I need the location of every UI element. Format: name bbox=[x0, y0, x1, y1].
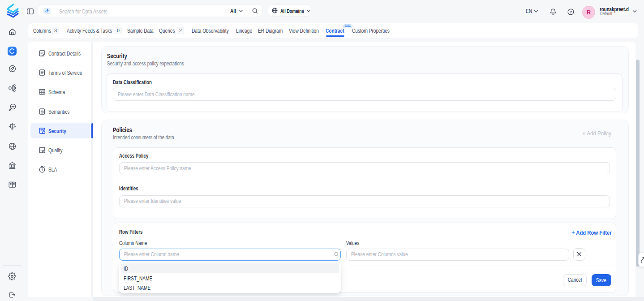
svg-text:?: ? bbox=[569, 10, 571, 14]
svg-text:$: $ bbox=[11, 125, 13, 128]
